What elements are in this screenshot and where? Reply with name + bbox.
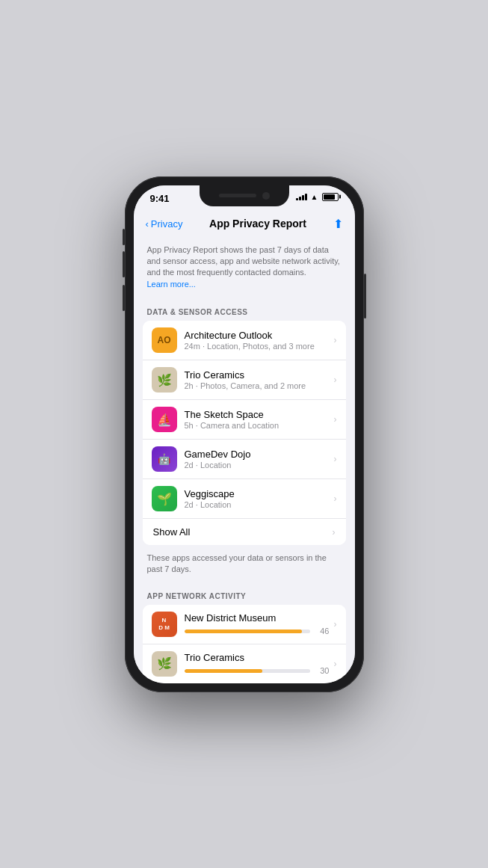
bar-value: 30 [315, 666, 330, 675]
app-name: Trio Ceramics [185, 369, 330, 381]
volume-down-button[interactable] [123, 285, 125, 311]
data-sensor-header: DATA & SENSOR ACCESS [134, 299, 355, 321]
list-item[interactable]: 🌱 Veggiscape 2d · Location › [143, 479, 346, 519]
bar-value: 46 [315, 627, 330, 635]
app-icon-architecture-outlook: AO [152, 327, 177, 353]
chevron-right-icon: › [334, 375, 337, 385]
app-name: The Sketch Space [185, 409, 330, 420]
status-time: 9:41 [150, 193, 170, 204]
network-activity-header: APP NETWORK ACTIVITY [134, 583, 355, 605]
chevron-right-icon: › [333, 527, 336, 538]
app-icon-veggiscape: 🌱 [152, 486, 177, 511]
chevron-right-icon: › [334, 454, 337, 464]
description-block: App Privacy Report shows the past 7 days… [134, 237, 355, 300]
signal-icon [296, 193, 307, 200]
app-icon-new-district: ND M [152, 612, 177, 637]
chevron-left-icon: ‹ [146, 218, 149, 230]
navigation-bar: ‹ Privacy App Privacy Report ⬆ [134, 214, 355, 237]
list-item[interactable]: 🌿 Trio Ceramics 2h · Photos, Camera, and… [143, 360, 346, 400]
chevron-right-icon: › [334, 619, 337, 630]
bar-row: 30 [185, 666, 330, 675]
app-sub: 2d · Location [185, 500, 330, 509]
front-camera [262, 192, 270, 200]
back-button[interactable]: ‹ Privacy [146, 218, 183, 230]
bar-track [185, 669, 310, 673]
item-info: Trio Ceramics 2h · Photos, Camera, and 2… [185, 369, 330, 390]
learn-more-link[interactable]: Learn more... [147, 280, 196, 289]
show-all-button[interactable]: Show All › [143, 519, 346, 545]
bar-fill [185, 669, 262, 673]
app-sub: 2h · Photos, Camera, and 2 more [185, 381, 330, 390]
status-bar: 9:41 ▲ [134, 185, 355, 214]
list-item[interactable]: ND M New District Museum 46 › [143, 605, 346, 644]
bar-track [185, 630, 310, 633]
app-name: Veggiscape [185, 488, 330, 499]
speaker [219, 194, 256, 197]
list-item[interactable]: 🤖 GameDev Dojo 2d · Location › [143, 440, 346, 479]
app-sub: 5h · Camera and Location [185, 421, 330, 430]
chevron-right-icon: › [334, 414, 337, 425]
chevron-right-icon: › [334, 335, 337, 345]
description-text: App Privacy Report shows the past 7 days… [147, 244, 342, 291]
bar-row: 46 [185, 627, 330, 635]
item-info: Veggiscape 2d · Location [185, 488, 330, 509]
page-title: App Privacy Report [209, 218, 306, 230]
app-name: GameDev Dojo [185, 449, 330, 460]
sensor-footer-note: These apps accessed your data or sensors… [134, 548, 355, 583]
item-info: Architecture Outlook 24m · Location, Pho… [185, 330, 330, 351]
phone-frame: 9:41 ▲ ‹ Privacy [125, 176, 364, 692]
app-sub: 24m · Location, Photos, and 3 more [185, 342, 330, 351]
share-button[interactable]: ⬆ [333, 217, 343, 231]
mute-button[interactable] [123, 229, 125, 245]
phone-screen: 9:41 ▲ ‹ Privacy [134, 185, 355, 683]
item-info: The Sketch Space 5h · Camera and Locatio… [185, 409, 330, 430]
volume-up-button[interactable] [123, 251, 125, 277]
app-icon-gamedev-dojo: 🤖 [152, 446, 177, 472]
item-info: GameDev Dojo 2d · Location [185, 449, 330, 470]
app-name: Architecture Outlook [185, 330, 330, 341]
item-info: New District Museum 46 [185, 612, 330, 635]
status-icons: ▲ [296, 193, 339, 201]
show-all-label: Show All [153, 526, 191, 538]
list-item[interactable]: ⛵ The Sketch Space 5h · Camera and Locat… [143, 400, 346, 440]
app-icon-sketch-space: ⛵ [152, 407, 177, 432]
app-icon-trio-ceramics-network: 🌿 [152, 651, 177, 677]
app-icon-trio-ceramics: 🌿 [152, 367, 177, 393]
app-name: Trio Ceramics [185, 652, 330, 663]
back-label: Privacy [151, 218, 183, 230]
network-activity-list: ND M New District Museum 46 › [143, 605, 346, 683]
battery-icon [322, 193, 339, 201]
data-sensor-list: AO Architecture Outlook 24m · Location, … [143, 321, 346, 545]
list-item[interactable]: AO Architecture Outlook 24m · Location, … [143, 321, 346, 360]
app-sub: 2d · Location [185, 461, 330, 470]
list-item[interactable]: 🌿 Trio Ceramics 30 › [143, 644, 346, 683]
bar-fill [185, 630, 303, 633]
wifi-icon: ▲ [311, 193, 318, 201]
scroll-content[interactable]: App Privacy Report shows the past 7 days… [134, 237, 355, 683]
notch [200, 185, 289, 206]
battery-fill [324, 194, 335, 200]
item-info: Trio Ceramics 30 [185, 652, 330, 675]
chevron-right-icon: › [334, 493, 337, 504]
app-name: New District Museum [185, 612, 330, 624]
power-button[interactable] [364, 274, 366, 318]
chevron-right-icon: › [334, 659, 337, 669]
